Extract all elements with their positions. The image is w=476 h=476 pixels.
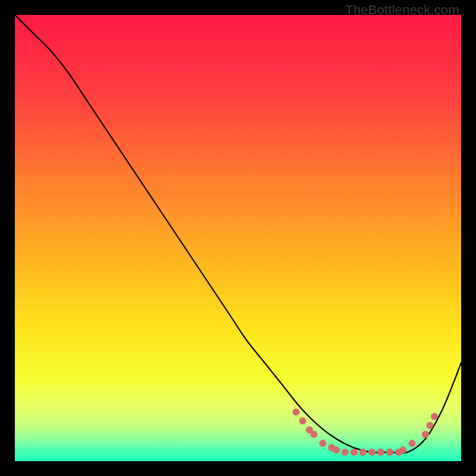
marker-dot	[427, 422, 434, 429]
marker-dot	[386, 449, 393, 456]
marker-dot	[350, 449, 358, 456]
marker-dot	[400, 446, 407, 453]
marker-dot	[409, 440, 416, 447]
chart-area	[15, 15, 461, 461]
marker-dot	[293, 409, 300, 416]
marker-dot	[377, 449, 384, 456]
marker-dot	[299, 418, 306, 425]
marker-dot	[359, 449, 367, 456]
marker-dot	[342, 449, 349, 456]
marker-dot	[431, 413, 438, 420]
marker-dot	[333, 446, 340, 453]
marker-dot	[422, 431, 429, 438]
marker-dot	[320, 440, 327, 447]
marker-dot	[311, 431, 318, 438]
marker-dot	[368, 449, 375, 456]
chart-marker-dots	[15, 15, 461, 461]
